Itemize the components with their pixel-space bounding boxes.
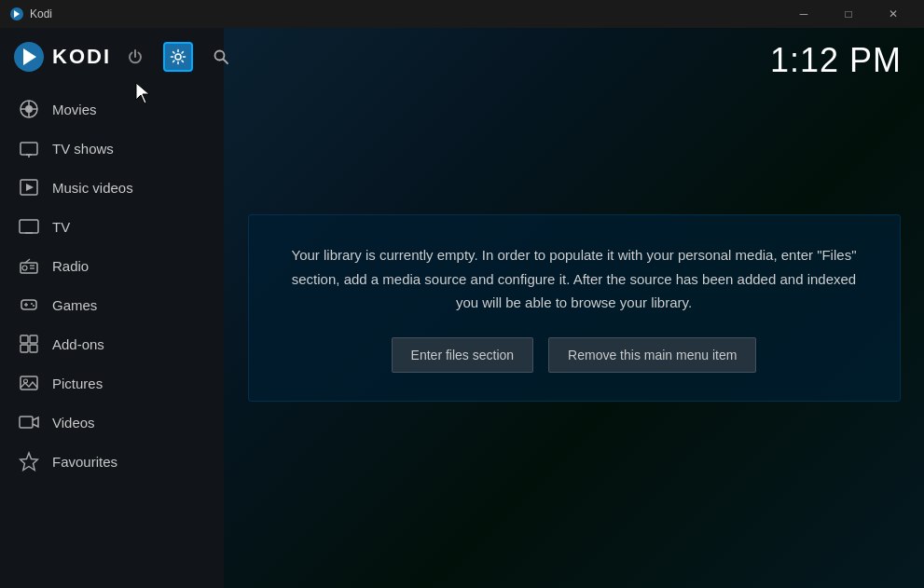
sidebar-item-label-movies: Movies xyxy=(52,102,97,117)
sidebar-header: KODI xyxy=(0,28,224,82)
time-display: 1:12 PM xyxy=(770,41,902,80)
minimize-button[interactable]: ─ xyxy=(782,0,825,28)
sidebar-item-addons[interactable]: Add-ons xyxy=(0,324,224,363)
svg-point-9 xyxy=(25,105,33,113)
live-tv-icon xyxy=(19,216,39,237)
sidebar-item-label-radio: Radio xyxy=(52,258,89,274)
empty-library-card: Your library is currently empty. In orde… xyxy=(248,214,901,402)
search-icon xyxy=(213,48,229,65)
titlebar-left: Kodi xyxy=(9,7,52,21)
search-button[interactable] xyxy=(206,42,236,72)
svg-rect-33 xyxy=(21,345,28,352)
power-icon xyxy=(127,48,144,65)
svg-rect-37 xyxy=(20,417,33,428)
nav-list: Movies TV shows Music videos xyxy=(0,82,224,488)
card-buttons: Enter files section Remove this main men… xyxy=(286,337,862,373)
sidebar-item-games[interactable]: Games xyxy=(0,285,224,324)
sidebar-item-label-addons: Add-ons xyxy=(52,336,104,352)
maximize-button[interactable]: □ xyxy=(827,0,870,28)
power-button[interactable] xyxy=(120,42,150,72)
svg-rect-21 xyxy=(21,263,37,273)
svg-point-36 xyxy=(24,379,28,383)
svg-rect-34 xyxy=(30,345,37,352)
svg-point-29 xyxy=(31,303,33,305)
empty-library-text: Your library is currently empty. In orde… xyxy=(286,243,862,315)
svg-rect-14 xyxy=(21,143,37,155)
titlebar: Kodi ─ □ ✕ xyxy=(0,0,924,28)
videos-icon xyxy=(19,412,39,432)
kodi-logo-small xyxy=(9,7,24,21)
remove-menu-item-button[interactable]: Remove this main menu item xyxy=(548,337,756,373)
addons-icon xyxy=(19,334,39,354)
svg-rect-31 xyxy=(21,335,28,343)
close-button[interactable]: ✕ xyxy=(872,0,915,28)
games-icon xyxy=(19,294,39,315)
star-icon xyxy=(19,451,39,472)
sidebar-item-tv[interactable]: TV xyxy=(0,207,224,246)
sidebar-item-label-games: Games xyxy=(52,297,97,313)
svg-marker-38 xyxy=(21,453,38,471)
sidebar: KODI xyxy=(0,28,224,588)
svg-point-22 xyxy=(22,266,27,270)
music-video-icon xyxy=(19,177,39,198)
sidebar-item-label-tv: TV xyxy=(52,219,70,235)
sidebar-item-musicvideos[interactable]: Music videos xyxy=(0,168,224,207)
sidebar-item-videos[interactable]: Videos xyxy=(0,403,224,442)
svg-rect-19 xyxy=(20,220,38,233)
sidebar-item-radio[interactable]: Radio xyxy=(0,246,224,285)
sidebar-item-pictures[interactable]: Pictures xyxy=(0,363,224,403)
gear-icon xyxy=(170,48,186,65)
main-content: 1:12 PM Your library is currently empty.… xyxy=(224,28,924,588)
app-container: KODI xyxy=(0,28,924,588)
svg-point-30 xyxy=(33,305,34,307)
titlebar-title: Kodi xyxy=(30,7,52,21)
titlebar-controls: ─ □ ✕ xyxy=(782,0,915,28)
svg-rect-26 xyxy=(21,300,36,309)
sidebar-item-movies[interactable]: Movies xyxy=(0,89,224,129)
kodi-brand: KODI xyxy=(13,41,111,73)
kodi-brand-name: KODI xyxy=(52,45,111,69)
sidebar-item-label-pictures: Pictures xyxy=(52,376,103,391)
settings-button[interactable] xyxy=(163,42,193,72)
svg-point-4 xyxy=(175,54,181,60)
radio-icon xyxy=(19,255,39,276)
svg-line-6 xyxy=(224,60,228,64)
sidebar-nav: Movies TV shows Music videos xyxy=(0,82,224,488)
sidebar-icons xyxy=(120,42,236,72)
sidebar-item-label-musicvideos: Music videos xyxy=(52,180,133,196)
svg-marker-18 xyxy=(26,184,34,191)
sidebar-item-label-videos: Videos xyxy=(52,415,95,431)
svg-rect-32 xyxy=(30,335,37,343)
tv-shows-icon xyxy=(19,138,39,158)
sidebar-item-tvshows[interactable]: TV shows xyxy=(0,129,224,168)
sidebar-item-favourites[interactable]: Favourites xyxy=(0,442,224,481)
kodi-brand-logo xyxy=(13,41,45,73)
enter-files-button[interactable]: Enter files section xyxy=(392,337,534,373)
sidebar-item-label-favourites: Favourites xyxy=(52,454,117,470)
sidebar-item-label-tvshows: TV shows xyxy=(52,141,114,157)
movies-icon xyxy=(19,99,39,119)
pictures-icon xyxy=(19,373,39,393)
